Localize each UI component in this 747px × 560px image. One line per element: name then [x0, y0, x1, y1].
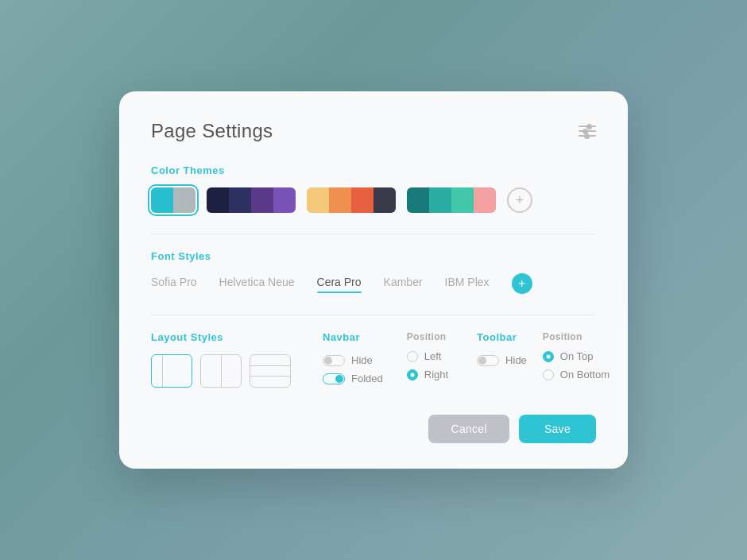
navbar-position-right-radio[interactable] [407, 369, 418, 380]
toolbar-position-top-row: On Top [543, 350, 610, 362]
color-theme-2[interactable] [207, 187, 296, 213]
layout-col-1 [201, 355, 222, 387]
swatch-color [451, 187, 474, 213]
navbar-position-left-radio[interactable] [407, 351, 418, 362]
toolbar-position-bottom-row: On Bottom [543, 369, 610, 380]
layout-option-rows[interactable] [250, 354, 291, 388]
toolbar-position-bottom-label: On Bottom [560, 369, 610, 380]
color-theme-1[interactable] [151, 187, 195, 213]
navbar-folded-toggle[interactable] [323, 373, 345, 384]
divider-1 [151, 234, 596, 234]
color-themes-label: Color Themes [151, 164, 596, 176]
swatch-color [273, 187, 296, 213]
font-option-kamber[interactable]: Kamber [384, 276, 423, 292]
cancel-button[interactable]: Cancel [428, 415, 509, 443]
color-themes-row: + [151, 187, 596, 213]
layout-styles-label: Layout Styles [151, 331, 291, 343]
toolbar-position-bottom-radio[interactable] [543, 369, 554, 380]
swatch-color [329, 187, 351, 213]
toolbar-hide-toggle-row: Hide [477, 354, 527, 366]
swatch-color [474, 187, 496, 213]
settings-icon-line-1 [579, 126, 596, 127]
navbar-hide-toggle-row: Hide [323, 354, 383, 366]
font-option-helvetica-neue[interactable]: Helvetica Neue [219, 276, 295, 292]
font-option-sofia-pro[interactable]: Sofia Pro [151, 276, 197, 292]
navbar-folded-label: Folded [351, 373, 383, 384]
navbar-position-section: Position Left Right [407, 331, 448, 387]
swatch-color [229, 187, 251, 213]
font-styles-section: Font Styles Sofia Pro Helvetica Neue Cer… [151, 250, 596, 294]
navbar-position-right-row: Right [407, 369, 448, 380]
page-settings-dialog: Page Settings Color Themes [119, 91, 628, 469]
toolbar-hide-label: Hide [505, 354, 527, 366]
toolbar-position-section: Position On Top On Bottom [543, 331, 610, 387]
navbar-position-label: Position [407, 331, 448, 342]
dialog-title: Page Settings [151, 120, 273, 142]
navbar-position-left-label: Left [424, 350, 442, 362]
font-styles-label: Font Styles [151, 250, 596, 262]
dialog-footer: Cancel Save [151, 415, 596, 443]
swatch-color [307, 187, 329, 213]
divider-2 [151, 315, 596, 315]
color-theme-4[interactable] [407, 187, 496, 213]
color-theme-3[interactable] [307, 187, 396, 213]
settings-icon[interactable] [579, 126, 596, 137]
layout-col-2 [222, 355, 242, 387]
layout-options [151, 354, 291, 388]
navbar-label: Navbar [323, 331, 383, 343]
layout-option-two-column[interactable] [200, 354, 242, 388]
navbar-folded-toggle-row: Folded [323, 373, 383, 384]
navbar-position-left-row: Left [407, 350, 448, 362]
swatch-color [407, 187, 429, 213]
layout-option-sidebar-left[interactable] [151, 354, 192, 388]
layout-main [163, 355, 192, 387]
layout-sidebar [152, 355, 163, 387]
swatch-color [207, 187, 229, 213]
swatch-color [251, 187, 273, 213]
font-option-ibm-plex[interactable]: IBM Plex [445, 276, 490, 292]
settings-icon-line-3 [579, 135, 596, 137]
swatch-color [374, 187, 396, 213]
toolbar-position-top-label: On Top [560, 350, 594, 362]
color-themes-section: Color Themes [151, 164, 596, 213]
layout-row-3 [250, 377, 290, 387]
navbar-hide-toggle[interactable] [323, 355, 345, 366]
toolbar-position-label: Position [543, 331, 610, 342]
swatch-color [429, 187, 451, 213]
add-font-button[interactable]: + [512, 273, 532, 294]
navbar-section: Navbar Hide Folded [323, 331, 383, 391]
font-option-cera-pro[interactable]: Cera Pro [317, 276, 362, 292]
font-styles-row: Sofia Pro Helvetica Neue Cera Pro Kamber… [151, 273, 596, 294]
settings-icon-line-2 [579, 130, 596, 132]
layout-row-1 [250, 355, 290, 366]
toolbar-section: Toolbar Hide [477, 331, 527, 373]
toolbar-label: Toolbar [477, 331, 527, 343]
save-button[interactable]: Save [519, 415, 596, 443]
toolbar-hide-toggle[interactable] [477, 355, 499, 366]
dialog-header: Page Settings [151, 120, 596, 142]
swatch-color [173, 187, 195, 213]
swatch-color [351, 187, 374, 213]
add-theme-button[interactable]: + [507, 187, 532, 213]
swatch-color [151, 187, 173, 213]
bottom-section: Layout Styles [151, 331, 596, 391]
toolbar-position-top-radio[interactable] [543, 351, 554, 362]
layout-row-2 [250, 366, 290, 377]
navbar-position-right-label: Right [424, 369, 448, 380]
layout-styles-section: Layout Styles [151, 331, 291, 388]
navbar-hide-label: Hide [351, 354, 373, 366]
